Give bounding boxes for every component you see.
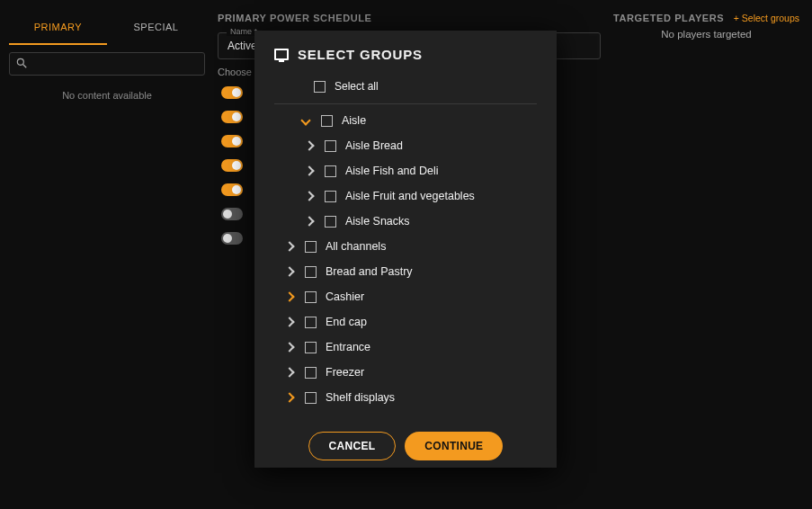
group-label: Cashier [326, 290, 364, 303]
tab-primary[interactable]: PRIMARY [9, 13, 107, 45]
group-row[interactable]: End cap [274, 309, 537, 335]
chevron-right-icon[interactable] [284, 367, 294, 377]
group-label: Aisle [342, 114, 366, 127]
chevron-right-icon[interactable] [284, 342, 294, 352]
select-all-label: Select all [335, 80, 379, 93]
day-toggle-2[interactable] [221, 135, 243, 147]
group-checkbox[interactable] [305, 291, 317, 303]
chevron-right-icon[interactable] [304, 140, 314, 150]
group-checkbox[interactable] [325, 216, 336, 228]
day-toggle-0[interactable] [221, 86, 243, 99]
group-row[interactable]: Freezer [274, 360, 537, 385]
group-label: All channels [326, 240, 386, 253]
select-groups-modal: SELECT GROUPS Select all AisleAisle Brea… [254, 31, 557, 468]
group-checkbox[interactable] [305, 266, 317, 278]
chevron-right-icon[interactable] [284, 241, 294, 251]
search-icon [15, 57, 28, 69]
group-label: Entrance [326, 341, 370, 353]
group-checkbox[interactable] [321, 115, 333, 127]
svg-line-1 [23, 65, 27, 68]
group-label: Freezer [326, 366, 364, 379]
group-row[interactable]: Entrance [274, 335, 537, 360]
chevron-right-icon[interactable] [284, 392, 294, 402]
group-label: Bread and Pastry [326, 265, 413, 278]
group-label: Aisle Fish and Deli [345, 165, 439, 177]
group-checkbox[interactable] [325, 165, 336, 177]
group-checkbox[interactable] [305, 392, 317, 404]
group-checkbox[interactable] [305, 342, 317, 353]
day-toggle-6[interactable] [221, 232, 243, 245]
cancel-button[interactable]: CANCEL [308, 432, 397, 460]
chevron-right-icon[interactable] [284, 266, 294, 276]
chevron-right-icon[interactable] [284, 291, 294, 301]
search-input[interactable] [9, 52, 205, 76]
group-checkbox[interactable] [305, 241, 317, 253]
targeted-players-title: TARGETED PLAYERS [613, 13, 724, 23]
monitor-icon [274, 49, 289, 60]
group-label: Aisle Snacks [345, 215, 410, 228]
group-row[interactable]: Aisle Bread [274, 133, 537, 158]
group-label: Aisle Fruit and vegetables [345, 190, 475, 202]
group-row[interactable]: Aisle Fish and Deli [274, 158, 537, 183]
group-checkbox[interactable] [305, 317, 317, 328]
day-toggle-1[interactable] [221, 111, 243, 123]
day-toggle-4[interactable] [221, 183, 243, 196]
select-groups-link[interactable]: + Select groups [734, 13, 799, 23]
chevron-right-icon[interactable] [304, 216, 314, 226]
group-row[interactable]: Aisle [274, 108, 537, 133]
group-row[interactable]: Cashier [274, 284, 537, 309]
group-checkbox[interactable] [325, 191, 336, 202]
tab-special[interactable]: SPECIAL [107, 13, 205, 45]
group-label: End cap [326, 316, 367, 328]
group-row[interactable]: Aisle Fruit and vegetables [274, 183, 537, 209]
svg-point-0 [17, 58, 23, 65]
chevron-right-icon[interactable] [304, 165, 314, 175]
group-row[interactable]: All channels [274, 234, 537, 259]
select-all-row[interactable]: Select all [274, 75, 537, 104]
day-toggle-5[interactable] [221, 208, 243, 220]
group-row[interactable]: Shelf displays [274, 385, 537, 410]
primary-power-schedule-title: PRIMARY POWER SCHEDULE [218, 13, 601, 23]
modal-title: SELECT GROUPS [298, 47, 423, 62]
continue-button[interactable]: CONTINUE [405, 432, 503, 460]
group-row[interactable]: Bread and Pastry [274, 259, 537, 284]
chevron-right-icon[interactable] [304, 191, 314, 201]
group-checkbox[interactable] [325, 140, 336, 152]
select-all-checkbox[interactable] [314, 81, 326, 93]
group-checkbox[interactable] [305, 367, 317, 379]
group-label: Aisle Bread [345, 139, 403, 152]
chevron-right-icon[interactable] [284, 317, 294, 326]
no-content-label: No content available [9, 90, 205, 101]
chevron-down-icon[interactable] [300, 115, 310, 125]
day-toggle-3[interactable] [221, 159, 243, 172]
group-label: Shelf displays [326, 391, 395, 404]
no-players-label: No players targeted [613, 29, 799, 40]
group-row[interactable]: Aisle Snacks [274, 209, 537, 234]
